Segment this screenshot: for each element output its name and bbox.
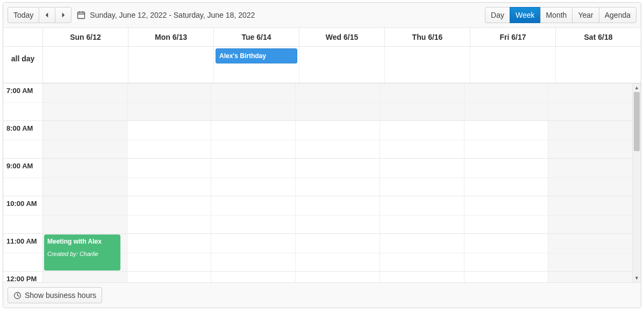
time-cell[interactable]	[380, 272, 464, 282]
time-slot: 7:00 AM	[3, 83, 42, 121]
time-cell[interactable]	[211, 272, 295, 282]
time-cell[interactable]	[43, 83, 127, 121]
vertical-scrollbar[interactable]: ▲ ▼	[632, 83, 641, 282]
time-cell[interactable]	[211, 234, 295, 272]
time-cell[interactable]	[380, 121, 464, 159]
time-cell[interactable]	[43, 121, 127, 159]
day-header[interactable]: Thu 6/16	[385, 28, 470, 46]
toolbar: Today Sunday, June 12, 2022 - Saturday, …	[3, 3, 641, 28]
day-header[interactable]: Sat 6/18	[556, 28, 641, 46]
time-cell[interactable]	[464, 121, 548, 159]
allday-cell[interactable]	[128, 47, 214, 83]
scroll-down-button[interactable]: ▼	[633, 274, 641, 282]
time-cell[interactable]	[548, 234, 632, 272]
event-subtitle: Created by: Charlie	[47, 251, 117, 257]
day-header-row: Sun 6/12 Mon 6/13 Tue 6/14 Wed 6/15 Thu …	[3, 28, 641, 47]
allday-event[interactable]: Alex's Birthday	[216, 48, 297, 63]
time-cell[interactable]	[296, 272, 380, 282]
allday-cell[interactable]	[385, 47, 470, 83]
time-cell[interactable]	[548, 121, 632, 159]
time-gutter: 7:00 AM8:00 AM9:00 AM10:00 AM11:00 AM12:…	[3, 83, 43, 282]
time-cell[interactable]	[211, 196, 295, 234]
time-cell[interactable]	[43, 159, 127, 196]
time-cell[interactable]	[464, 196, 548, 234]
calendar-icon	[77, 11, 85, 19]
day-header[interactable]: Wed 6/15	[299, 28, 385, 46]
time-cell[interactable]	[127, 234, 211, 272]
time-cell[interactable]	[211, 159, 295, 196]
time-cell[interactable]	[211, 83, 295, 121]
allday-cell[interactable]	[299, 47, 385, 83]
time-cell[interactable]	[127, 121, 211, 159]
view-month-button[interactable]: Month	[540, 7, 573, 23]
calendar-event[interactable]: Meeting with AlexCreated by: Charlie	[44, 234, 120, 271]
time-cell[interactable]	[464, 83, 548, 121]
time-cell[interactable]	[464, 272, 548, 282]
time-cell[interactable]	[548, 196, 632, 234]
business-hours-button[interactable]: Show business hours	[8, 287, 102, 303]
time-cell[interactable]	[464, 234, 548, 272]
day-column[interactable]	[380, 83, 464, 282]
day-column[interactable]	[211, 83, 296, 282]
clock-icon	[13, 291, 22, 300]
time-label: 12:00 PM	[6, 275, 38, 282]
time-slot: 8:00 AM	[3, 121, 42, 159]
next-button[interactable]	[55, 7, 71, 23]
time-slot: 10:00 AM	[3, 196, 42, 234]
time-cell[interactable]	[548, 83, 632, 121]
time-cell[interactable]	[296, 83, 380, 121]
view-day-button[interactable]: Day	[485, 7, 510, 23]
toolbar-left: Today Sunday, June 12, 2022 - Saturday, …	[8, 7, 255, 23]
allday-cell[interactable]	[43, 47, 128, 83]
view-switcher: Day Week Month Year Agenda	[485, 7, 636, 23]
day-column[interactable]	[127, 83, 212, 282]
time-label: 10:00 AM	[6, 200, 38, 208]
day-columns: Meeting with AlexCreated by: Charlie	[43, 83, 632, 282]
day-header[interactable]: Sun 6/12	[43, 28, 128, 46]
time-cell[interactable]	[43, 272, 127, 282]
scroll-thumb[interactable]	[634, 92, 640, 151]
day-header[interactable]: Fri 6/17	[470, 28, 556, 46]
day-column[interactable]	[548, 83, 632, 282]
time-cell[interactable]	[296, 159, 380, 196]
time-slot: 11:00 AM	[3, 234, 42, 272]
time-cell[interactable]	[43, 196, 127, 234]
view-year-button[interactable]: Year	[572, 7, 599, 23]
day-header[interactable]: Mon 6/13	[128, 28, 214, 46]
day-header[interactable]: Tue 6/14	[214, 28, 299, 46]
time-cell[interactable]	[127, 159, 211, 196]
time-cell[interactable]	[296, 196, 380, 234]
allday-cell[interactable]	[556, 47, 641, 83]
time-grid-scroll: 7:00 AM8:00 AM9:00 AM10:00 AM11:00 AM12:…	[3, 83, 632, 282]
time-cell[interactable]	[127, 196, 211, 234]
time-cell[interactable]	[127, 272, 211, 282]
day-column[interactable]	[464, 83, 549, 282]
time-cell[interactable]	[211, 121, 295, 159]
time-cell[interactable]	[296, 234, 380, 272]
scroll-up-button[interactable]: ▲	[633, 83, 641, 92]
allday-cells: Alex's Birthday	[43, 47, 641, 83]
allday-cell[interactable]: Alex's Birthday	[214, 47, 299, 83]
footer: Show business hours	[3, 282, 641, 308]
view-week-button[interactable]: Week	[510, 7, 541, 23]
time-cell[interactable]	[127, 83, 211, 121]
day-column[interactable]	[296, 83, 380, 282]
time-cell[interactable]	[380, 159, 464, 196]
time-cell[interactable]	[380, 234, 464, 272]
date-range-picker[interactable]: Sunday, June 12, 2022 - Saturday, June 1…	[77, 11, 255, 19]
time-cell[interactable]	[548, 272, 632, 282]
prev-button[interactable]	[39, 7, 55, 23]
time-cell[interactable]	[296, 121, 380, 159]
time-cell[interactable]	[464, 159, 548, 196]
allday-row: all day Alex's Birthday	[3, 47, 641, 83]
time-cell[interactable]	[380, 83, 464, 121]
day-column[interactable]: Meeting with AlexCreated by: Charlie	[43, 83, 127, 282]
time-cell[interactable]	[548, 159, 632, 196]
svg-line-6	[18, 295, 19, 296]
allday-cell[interactable]	[470, 47, 556, 83]
today-button[interactable]: Today	[8, 7, 39, 23]
time-cell[interactable]	[380, 196, 464, 234]
view-agenda-button[interactable]: Agenda	[599, 7, 636, 23]
time-label: 8:00 AM	[6, 124, 38, 132]
time-gutter-header	[3, 28, 43, 46]
